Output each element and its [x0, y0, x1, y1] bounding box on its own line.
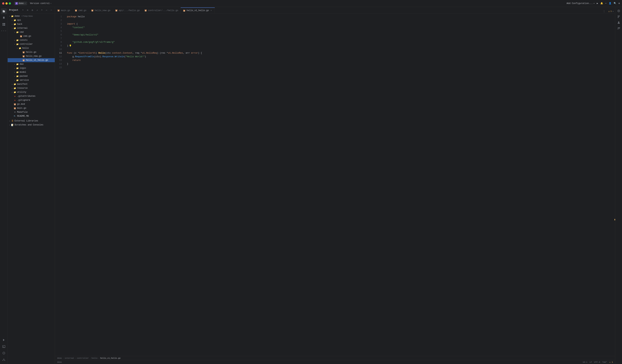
status-line-sep[interactable]: LF — [590, 361, 592, 363]
tree-item-consts[interactable]: 📁 consts — [8, 38, 55, 42]
go-icon-hello-v1-hello-go: 🐹 — [22, 59, 25, 62]
tree-item-hack[interactable]: 📁 hack — [8, 22, 55, 26]
breadcrumb-current-file[interactable]: hello_v1_hello.go — [100, 357, 121, 359]
panel-close-button[interactable]: × — [40, 8, 44, 12]
tree-item-main-go[interactable]: 🐹 main.go — [8, 106, 55, 110]
tree-item-scratches[interactable]: 📝 Scratches and Consoles — [8, 123, 55, 127]
library-icon-external: 🗄 — [11, 119, 14, 122]
add-configuration-button[interactable]: Add Configuration... ▾ — [566, 2, 595, 5]
tree-label-gitignore: .gitignore — [17, 99, 30, 101]
tab-cmd-go[interactable]: 🐹 cmd.go — [72, 7, 89, 13]
tree-item-utility[interactable]: 📁 utility — [8, 90, 55, 94]
panel-gear-button[interactable]: ⋯ — [45, 8, 49, 12]
sidebar-icon-structure[interactable] — [1, 21, 7, 27]
tree-item-hello-new-go[interactable]: 🐹 hello_new.go — [8, 54, 55, 58]
sidebar-icon-terminal[interactable] — [1, 344, 7, 349]
sp-1 — [77, 15, 78, 19]
tree-label-model: model — [20, 71, 26, 74]
tree-item-packed[interactable]: 📁 packed — [8, 74, 55, 78]
tree-item-gitignore[interactable]: ⊗ .gitignore — [8, 98, 55, 102]
sidebar-icon-bookmarks[interactable] — [1, 15, 7, 21]
status-indent[interactable]: Tab* — [602, 361, 607, 363]
code-area[interactable]: package hello import ( "context" "demo/a… — [64, 14, 613, 356]
breadcrumb-sep-4: › — [98, 357, 99, 359]
breadcrumb-internal[interactable]: internal — [65, 357, 74, 359]
folder-icon-packed: 📁 — [16, 75, 19, 78]
tree-item-dao[interactable]: 📁 dao — [8, 62, 55, 66]
tree-item-external-libraries[interactable]: 🗄 External Libraries — [8, 119, 55, 123]
settings-button[interactable]: ⚙ — [619, 2, 620, 5]
tree-item-cmd[interactable]: 📁 cmd — [8, 30, 55, 34]
sidebar-icon-services[interactable] — [1, 357, 7, 363]
tree-item-hello-go[interactable]: 🐹 hello.go — [8, 50, 55, 54]
tab-main-go[interactable]: 🐹 main.go — [55, 7, 72, 13]
tab-hello-new-go[interactable]: 🐹 hello_new.go — [89, 7, 113, 13]
svg-rect-5 — [2, 345, 5, 348]
tree-item-demo[interactable]: 📁 demo ~/Temp/demo — [8, 14, 55, 18]
project-selector[interactable]: d demo ▾ — [14, 2, 27, 5]
editor-scrollbar[interactable] — [613, 14, 615, 356]
right-sidebar-icon-users[interactable] — [616, 20, 621, 25]
tree-arrow-readme — [11, 115, 14, 117]
svg-rect-2 — [2, 24, 4, 26]
code-line-9: )💡 — [67, 44, 613, 48]
tree-label-logic: logic — [20, 67, 26, 69]
run-button[interactable]: ▶ — [597, 2, 598, 5]
status-position[interactable]: 10:1 — [583, 361, 587, 363]
more-button[interactable]: ⋯ — [605, 2, 606, 5]
punct-11i: * — [167, 51, 168, 55]
tree-item-makefile[interactable]: ≡ Makefile — [8, 110, 55, 114]
go-icon-hello-new-go: 🐹 — [22, 55, 25, 58]
maximize-button[interactable] — [9, 2, 11, 4]
status-warnings[interactable]: ⚠ 1 — [609, 361, 613, 363]
tab-bar-more-button[interactable]: ⋮ — [602, 9, 606, 13]
tree-item-go-mod[interactable]: 🐹 go.mod — [8, 102, 55, 106]
git-icon-gitignore: ⊗ — [14, 99, 16, 102]
tree-arrow-scratches — [8, 124, 11, 126]
minimize-button[interactable] — [5, 2, 8, 4]
breadcrumb-hello[interactable]: hello — [92, 357, 97, 359]
tree-item-controller[interactable]: 📁 controller — [8, 42, 55, 46]
breadcrumb-controller[interactable]: controller — [77, 357, 89, 359]
tree-item-model[interactable]: 📁 model — [8, 70, 55, 74]
status-encoding[interactable]: UTF-8 — [594, 361, 600, 363]
right-sidebar-icon-bookmarks[interactable] — [616, 8, 621, 14]
warning-indicator[interactable]: ⚠ 1 ▾ — [608, 10, 614, 13]
sidebar-icon-files[interactable] — [1, 8, 7, 14]
sidebar-icon-problems[interactable]: ! — [1, 350, 7, 356]
tree-item-readme[interactable]: M↓ README.MD — [8, 114, 55, 118]
tree-item-manifest[interactable]: 📁 manifest — [8, 82, 55, 86]
right-sidebar-icon-collab[interactable] — [616, 26, 621, 31]
panel-add-button[interactable]: + — [21, 8, 25, 12]
panel-minimize-button[interactable]: — — [49, 8, 53, 12]
tab-api-hello-go[interactable]: 🐹 api/.../hello.go — [113, 7, 142, 13]
tree-item-cmd-go[interactable]: 🐹 cmd.go — [8, 34, 55, 38]
tab-controller-hello-go[interactable]: 🐹 controller/.../hello.go — [142, 7, 181, 13]
sidebar-icon-more-tools[interactable]: ··· — [1, 28, 7, 34]
folder-icon-consts: 📁 — [16, 39, 19, 42]
tree-item-hello-dir[interactable]: 📁 hello — [8, 46, 55, 50]
tree-item-gitattributes[interactable]: ⊗ .gitattributes — [8, 94, 55, 98]
tree-item-internal[interactable]: 📁 internal — [8, 26, 55, 30]
close-button[interactable] — [2, 2, 4, 4]
account-button[interactable]: 👤 — [609, 2, 611, 5]
panel-expand-button[interactable]: ↗ — [35, 8, 39, 12]
sidebar-icon-run[interactable] — [1, 337, 7, 343]
tree-item-api[interactable]: 📁 api — [8, 18, 55, 22]
tree-item-resource[interactable]: 📁 resource — [8, 86, 55, 90]
method-writeln: Writeln — [115, 55, 124, 58]
right-sidebar-icon-git[interactable] — [616, 14, 621, 19]
tree-item-hello-v1-hello-go[interactable]: 🐹 hello_v1_hello.go — [8, 58, 55, 62]
tree-item-logic[interactable]: 📁 logic — [8, 66, 55, 70]
version-control-selector[interactable]: Version control ▾ — [30, 2, 52, 5]
tab-close-hello-v1-hello-go[interactable]: × — [210, 9, 213, 12]
panel-settings-button[interactable]: ⚙ — [30, 8, 34, 12]
search-button[interactable]: 🔍 — [614, 2, 616, 5]
panel-locate-button[interactable]: ⊙ — [26, 8, 30, 12]
tab-bar-actions: ⋮ ⚠ 1 ▾ — [601, 9, 615, 13]
punct-11d: ( — [105, 51, 107, 55]
notifications-button[interactable]: 🔔 — [600, 2, 603, 5]
tab-hello-v1-hello-go[interactable]: 🐹 hello_v1_hello.go × — [181, 7, 215, 13]
breadcrumb-demo[interactable]: demo — [57, 357, 62, 359]
tree-item-service[interactable]: 📁 service — [8, 78, 55, 82]
